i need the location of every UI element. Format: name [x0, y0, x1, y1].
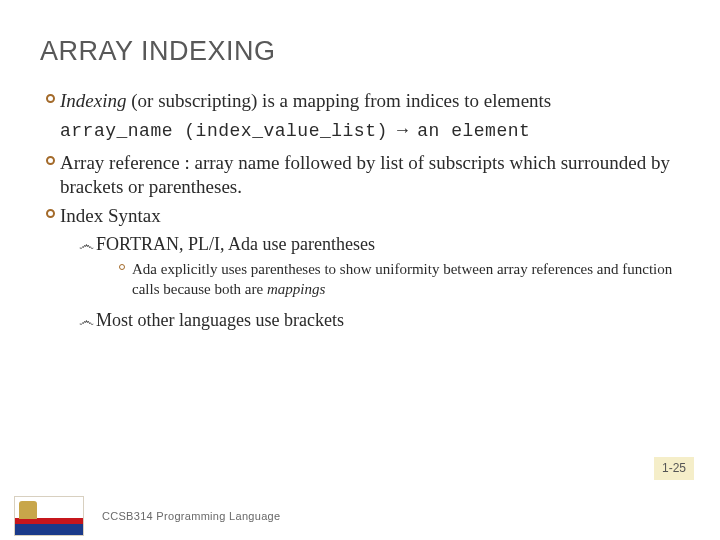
subbullet-fortran: ෴ FORTRAN, PL/I, Ada use parentheses [76, 233, 680, 256]
ring-bullet-icon [40, 89, 60, 103]
swirl-bullet-icon: ෴ [76, 233, 96, 253]
subbullet-text: Most other languages use brackets [96, 309, 680, 332]
bullet-text: Indexing (or subscripting) is a mapping … [60, 89, 680, 114]
subbullet-text: FORTRAN, PL/I, Ada use parentheses [96, 233, 680, 256]
ring-bullet-icon [112, 260, 132, 270]
indexing-term: Indexing [60, 90, 126, 111]
bullet-indexing: Indexing (or subscripting) is a mapping … [40, 89, 680, 114]
slide-title: ARRAY INDEXING [40, 36, 680, 67]
code-lhs: array_name (index_value_list) [60, 121, 388, 141]
code-rhs: an element [417, 121, 530, 141]
ada-text: Ada explicitly uses parentheses to show … [132, 261, 672, 297]
footer-text: CCSB314 Programming Language [102, 510, 280, 522]
bullet-index-syntax: Index Syntax [40, 204, 680, 229]
university-logo [14, 496, 84, 536]
swirl-bullet-icon: ෴ [76, 309, 96, 329]
ring-bullet-icon [40, 151, 60, 165]
subsubbullet-text: Ada explicitly uses parentheses to show … [132, 260, 680, 299]
indexing-rest: (or subscripting) is a mapping from indi… [126, 90, 551, 111]
subsubbullet-ada: Ada explicitly uses parentheses to show … [112, 260, 680, 299]
arrow-icon: → [388, 120, 418, 140]
ring-bullet-icon [40, 204, 60, 218]
subbullet-brackets: ෴ Most other languages use brackets [76, 309, 680, 332]
bullet-text: Index Syntax [60, 204, 680, 229]
bullet-text: Array reference : array name followed by… [60, 151, 680, 200]
footer: CCSB314 Programming Language [0, 492, 720, 540]
slide: ARRAY INDEXING Indexing (or subscripting… [0, 0, 720, 540]
page-number: 1-25 [654, 457, 694, 480]
mappings-term: mappings [267, 281, 325, 297]
bullet-array-reference: Array reference : array name followed by… [40, 151, 680, 200]
code-mapping: array_name (index_value_list) → an eleme… [60, 120, 680, 141]
